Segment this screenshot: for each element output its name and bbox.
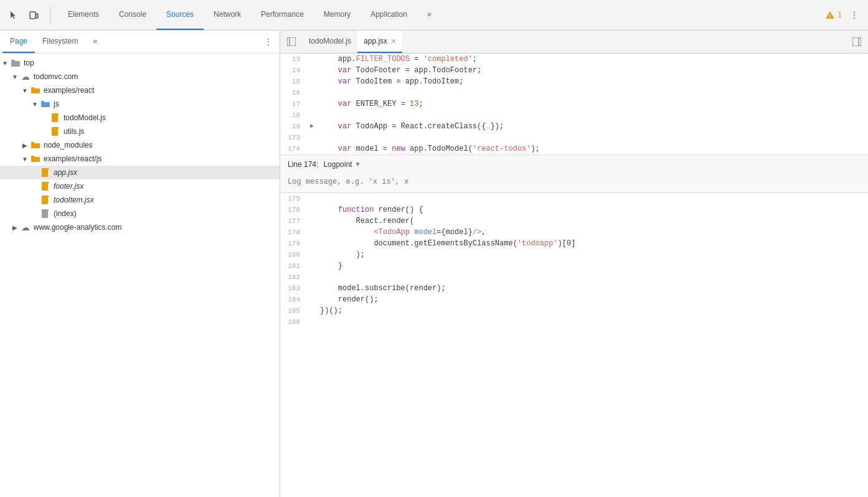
file-icon-footer-jsx xyxy=(40,182,51,191)
logpoint-input[interactable] xyxy=(288,176,861,187)
file-tab-todomodel[interactable]: todoModel.js xyxy=(303,31,357,53)
code-line-178: 178 <TodoApp model={model}/>, xyxy=(280,227,868,238)
tree-label-top: top xyxy=(24,59,34,67)
logpoint-overlay: Line 174: Logpoint ▼ xyxy=(280,154,868,193)
tree-label-app-jsx: app.jsx xyxy=(54,168,77,177)
sidebar-tab-more[interactable]: » xyxy=(85,31,105,53)
code-line-14: 14 var TodoFooter = app.TodoFooter; xyxy=(280,65,868,76)
tab-memory[interactable]: Memory xyxy=(314,0,361,30)
code-line-16: 16 xyxy=(280,87,868,98)
tree-item-google-analytics[interactable]: ▶ ☁ www.google-analytics.com xyxy=(0,220,280,234)
sidebar: Page Filesystem » ⋮ ▼ top ▼ ☁ todomvc.co… xyxy=(0,31,280,497)
tree-label-node-modules: node_modules xyxy=(44,141,93,149)
svg-rect-12 xyxy=(52,127,58,136)
folder-icon-js xyxy=(40,100,51,108)
svg-rect-22 xyxy=(42,196,48,204)
svg-marker-23 xyxy=(48,196,49,197)
tab-network[interactable]: Network xyxy=(204,0,251,30)
tree-item-todoitem-jsx[interactable]: todoItem.jsx xyxy=(0,193,280,207)
tree-item-examples-react-js[interactable]: ▼ examples/react/js xyxy=(0,152,280,166)
close-app-jsx-btn[interactable]: × xyxy=(391,37,396,45)
tree-item-node-modules[interactable]: ▶ node_modules xyxy=(0,138,280,152)
more-icon[interactable]: ⋮ xyxy=(846,6,863,24)
devtools-icons xyxy=(5,6,50,24)
tree-item-todomvc[interactable]: ▼ ☁ todomvc.com xyxy=(0,70,280,83)
topbar-right: ! 1 ⋮ xyxy=(825,6,863,24)
tree-arrow-examples-react-js: ▼ xyxy=(20,156,30,163)
tab-sources[interactable]: Sources xyxy=(156,0,204,30)
file-tab-app-jsx[interactable]: app.jsx × xyxy=(357,31,402,53)
top-tabbar: Elements Console Sources Network Perform… xyxy=(0,0,868,31)
code-line-181: 181 } xyxy=(280,260,868,272)
tree-label-google-analytics: www.google-analytics.com xyxy=(34,223,121,232)
file-tabs: todoModel.js app.jsx × xyxy=(280,31,868,54)
code-line-173: 173 xyxy=(280,132,868,143)
tree-item-utils[interactable]: utils.js xyxy=(0,125,280,138)
tree-label-utils: utils.js xyxy=(64,127,84,136)
sidebar-tab-page[interactable]: Page xyxy=(2,31,35,53)
svg-marker-21 xyxy=(48,182,49,183)
svg-text:!: ! xyxy=(829,13,831,19)
svg-rect-4 xyxy=(11,61,20,67)
tree-item-js[interactable]: ▼ js xyxy=(0,97,280,111)
tree-label-footer-jsx: footer.jsx xyxy=(54,182,83,191)
sidebar-options-btn[interactable]: ⋮ xyxy=(260,33,277,50)
device-icon[interactable] xyxy=(25,6,42,24)
logpoint-type-select[interactable]: Logpoint ▼ xyxy=(323,159,361,170)
sidebar-tab-filesystem[interactable]: Filesystem xyxy=(35,31,85,53)
code-editor[interactable]: 13 app.FILTER_TODOS = 'completed'; 14 va… xyxy=(280,54,868,497)
folder-icon-examples-react xyxy=(30,87,41,94)
tree-item-index[interactable]: (index) xyxy=(0,207,280,220)
file-icon-utils xyxy=(50,127,61,136)
toggle-right-sidebar-btn[interactable] xyxy=(848,33,866,50)
tree-label-js: js xyxy=(54,100,59,108)
tab-more[interactable]: » xyxy=(417,0,441,30)
tree-label-todomodel: todoModel.js xyxy=(64,113,106,122)
svg-rect-8 xyxy=(41,102,50,107)
code-line-179: 179 document.getElementsByClassName('tod… xyxy=(280,238,868,249)
tab-performance[interactable]: Performance xyxy=(251,0,314,30)
svg-marker-25 xyxy=(48,209,49,211)
file-icon-index xyxy=(40,209,51,218)
code-line-182: 182 xyxy=(280,272,868,283)
tree-item-app-jsx[interactable]: app.jsx xyxy=(0,166,280,179)
folder-icon-top xyxy=(10,59,21,67)
code-line-18: 18 xyxy=(280,110,868,121)
sidebar-tabbar: Page Filesystem » ⋮ xyxy=(0,31,280,54)
code-line-175: 175 xyxy=(280,193,868,204)
svg-rect-24 xyxy=(42,209,48,218)
tree-label-index: (index) xyxy=(54,209,77,218)
cursor-icon[interactable] xyxy=(5,6,22,24)
collapse-sidebar-btn[interactable] xyxy=(283,33,300,50)
tab-application[interactable]: Application xyxy=(361,0,417,30)
tree-item-examples-react[interactable]: ▼ examples/react xyxy=(0,83,280,97)
file-tab-todomodel-label: todoModel.js xyxy=(309,37,351,45)
tree-item-top[interactable]: ▼ top xyxy=(0,56,280,70)
code-scroll-area[interactable]: 13 app.FILTER_TODOS = 'completed'; 14 va… xyxy=(280,54,868,497)
svg-rect-15 xyxy=(31,142,34,144)
tree-arrow-todomvc: ▼ xyxy=(10,73,20,80)
warning-count: 1 xyxy=(837,11,842,19)
tab-console[interactable]: Console xyxy=(109,0,156,30)
svg-marker-13 xyxy=(58,127,59,128)
svg-rect-5 xyxy=(11,60,15,62)
tree-label-todoitem-jsx: todoItem.jsx xyxy=(54,196,94,204)
svg-rect-7 xyxy=(31,87,34,89)
code-line-177: 177 React.render( xyxy=(280,215,868,227)
svg-rect-17 xyxy=(31,156,34,158)
tree-arrow-js: ▼ xyxy=(30,101,40,108)
svg-rect-16 xyxy=(31,157,40,162)
file-tab-app-jsx-label: app.jsx xyxy=(364,37,387,45)
code-line-19: 19 ▶ var TodoApp = React.createClass({…}… xyxy=(280,121,868,132)
svg-rect-26 xyxy=(287,37,296,46)
svg-rect-14 xyxy=(31,143,40,148)
tab-elements[interactable]: Elements xyxy=(58,0,109,30)
code-line-13: 13 app.FILTER_TODOS = 'completed'; xyxy=(280,54,868,65)
file-icon-app-jsx xyxy=(40,168,51,177)
tree-label-examples-react: examples/react xyxy=(44,86,94,95)
svg-rect-6 xyxy=(31,88,40,93)
tree-item-footer-jsx[interactable]: footer.jsx xyxy=(0,179,280,193)
logpoint-dropdown-arrow: ▼ xyxy=(354,159,361,170)
tree-item-todomodel[interactable]: todoModel.js xyxy=(0,111,280,125)
warning-badge[interactable]: ! 1 xyxy=(825,10,842,20)
